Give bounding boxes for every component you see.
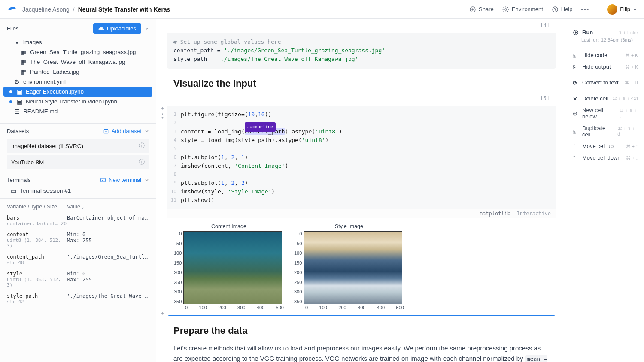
svg-point-3	[555, 11, 555, 11]
svg-rect-5	[101, 178, 106, 181]
move-cell-down-button[interactable]: ˅Move cell down⌘ + ↓	[572, 152, 639, 163]
breadcrumb-owner[interactable]: Jacqueline Asong	[22, 6, 70, 13]
run-label: Run	[582, 29, 593, 36]
label: Hide code	[582, 52, 608, 58]
delete-cell-button[interactable]: ✕Delete cell⌘ + ⇧ + ⌫	[572, 93, 639, 104]
var-row[interactable]: barscontainer.BarCont… 20BarContainer ob…	[7, 212, 149, 229]
environment-button[interactable]: Environment	[502, 6, 543, 13]
hide-code-button[interactable]: ⎘Hide code⌘ + K	[572, 49, 639, 61]
label: Move cell up	[582, 143, 614, 149]
code-cell-5-active[interactable]: ＋ ▴▾ ＋ 1plt.figure(figsize=(10,10)) 2 3c…	[167, 106, 556, 316]
help-label: Help	[561, 6, 573, 12]
notebook-icon: ▣	[16, 99, 22, 105]
file-tree: ▾ images ▦Green_Sea_Turtle_grazing_seagr…	[0, 36, 156, 121]
y-ticks: 050100150200250300350	[294, 231, 304, 304]
file-env[interactable]: ⚙environment.yml	[3, 77, 152, 87]
breadcrumb-title[interactable]: Neural Style Transfer with Keras	[78, 6, 170, 13]
dataset-item[interactable]: ImageNet dataset (ILSVRC)ⓘ	[7, 139, 149, 153]
folder-images[interactable]: ▾ images	[3, 37, 152, 47]
share-label: Share	[479, 6, 494, 12]
add-cell-above-button[interactable]: ＋	[158, 104, 166, 112]
var-row[interactable]: content_pathstr 48'./images/Green_Sea_Tu…	[7, 251, 149, 268]
file-label: README.md	[23, 108, 58, 115]
terminal-item[interactable]: ▭Terminal session #1	[0, 186, 156, 196]
status-dot-icon	[9, 100, 12, 103]
share-button[interactable]: Share	[469, 6, 494, 13]
file-readme[interactable]: ☰README.md	[3, 106, 152, 116]
upload-files-button[interactable]: Upload files	[93, 23, 141, 34]
var-type: uint8 (1, 353, 512, 3)	[7, 277, 67, 288]
files-heading: Files	[7, 25, 18, 32]
code-cell-4[interactable]: # Set up some global values here content…	[167, 33, 556, 69]
info-icon[interactable]: ⓘ	[139, 142, 145, 150]
terminals-heading: Terminals	[7, 177, 31, 183]
datasets-chevron[interactable]	[145, 128, 149, 134]
shortcut: ⌘ + ↑	[626, 144, 638, 149]
new-cell-below-button[interactable]: ⊕New cell below⌘ + ⇧ + ↓	[572, 104, 639, 122]
file-image[interactable]: ▦Painted_Ladies.jpg	[3, 67, 152, 77]
app-logo[interactable]	[7, 4, 17, 15]
var-name: style	[7, 271, 67, 277]
section-heading: Prepare the data	[156, 318, 567, 339]
var-value: './images/Green_Sea_Turtle_g…	[67, 254, 149, 265]
file-label: Green_Sea_Turtle_grazing_seagrass.jpg	[30, 49, 136, 55]
file-label: environment.yml	[23, 78, 66, 85]
shortcut: ⌘ + K	[625, 64, 638, 69]
var-type: str 48	[7, 260, 67, 265]
code-text: content_path =	[173, 47, 224, 54]
help-button[interactable]: Help	[552, 6, 573, 13]
breadcrumb-sep: /	[73, 6, 75, 13]
add-dataset-button[interactable]: Add dataset	[103, 128, 141, 134]
x-ticks: 0100200300400500	[185, 304, 284, 310]
add-cell-below-button[interactable]: ＋	[158, 309, 166, 317]
file-label: The_Great_Wave_off_Kanagawa.jpg	[30, 59, 125, 65]
label: Duplicate cell	[582, 125, 614, 138]
move-cell-up-button[interactable]: ˄Move cell up⌘ + ↑	[572, 140, 639, 152]
more-button[interactable]: •••	[581, 6, 590, 12]
reorder-handle[interactable]: ▴▾	[158, 112, 166, 120]
plus-icon: ⊕	[573, 110, 579, 116]
code-editor[interactable]: 1plt.figure(figsize=(10,10)) 2 3content …	[167, 106, 556, 209]
shortcut: ⌘ + ⇧ + ⌫	[612, 96, 638, 101]
file-notebook[interactable]: ▣Neural Style Transfer in video.ipynb	[3, 97, 152, 106]
shortcut: ⌘ + ⇧ + ↓	[619, 108, 638, 118]
chevron-down-icon: ▾	[14, 39, 20, 45]
var-row[interactable]: style_pathstr 42'./images/The_Great_Wave…	[7, 290, 149, 307]
plot-content-image: Content Image 050100150200250300350 0100…	[174, 223, 284, 310]
upload-chevron[interactable]	[145, 25, 149, 32]
user-menu[interactable]: Filip	[607, 4, 637, 15]
duplicate-cell-button[interactable]: ⎘Duplicate cell⌘ + ⇧ + d	[572, 122, 639, 140]
code-comment: # Set up some global values here	[173, 39, 281, 45]
var-value: BarContainer object of mat…	[67, 215, 149, 226]
info-icon[interactable]: ⓘ	[139, 158, 145, 166]
terminals-chevron[interactable]	[145, 177, 149, 183]
variables-panel: Variable / Type / Size Value ⌄ barsconta…	[0, 199, 156, 311]
plot-style-image: Style Image 050100150200250300350 010020…	[294, 223, 404, 310]
notebook-content: [4] # Set up some global values here con…	[156, 19, 567, 362]
hide-output-button[interactable]: ⎘Hide output⌘ + K	[572, 61, 639, 72]
cell-output: Content Image 050100150200250300350 0100…	[167, 218, 556, 315]
dataset-label: YouTube-8M	[11, 159, 44, 166]
var-row[interactable]: styleuint8 (1, 353, 512, 3)Min: 0 Max: 2…	[7, 268, 149, 290]
folder-label: images	[23, 39, 42, 45]
new-terminal-button[interactable]: New terminal	[100, 177, 141, 183]
file-notebook-active[interactable]: ▣Eager Execution.ipynb	[3, 87, 152, 97]
dataset-item[interactable]: YouTube-8Mⓘ	[7, 155, 149, 169]
convert-to-text-button[interactable]: ⟳Convert to text⌘ + H	[572, 77, 639, 88]
code-string: './images/The_Great_Wave_off_Kanagawa.jp…	[217, 56, 358, 62]
file-label: Eager Execution.ipynb	[26, 88, 84, 95]
var-name: bars	[7, 215, 67, 221]
close-icon: ✕	[573, 96, 579, 102]
file-image[interactable]: ▦The_Great_Wave_off_Kanagawa.jpg	[3, 57, 152, 67]
environment-label: Environment	[512, 6, 543, 12]
vars-chevron[interactable]: ⌄	[80, 204, 85, 210]
user-name: Filip	[620, 6, 630, 12]
shortcut: ⇧ + Enter	[618, 30, 638, 35]
chevron-down-icon: ˅	[573, 155, 579, 161]
file-image[interactable]: ▦Green_Sea_Turtle_grazing_seagrass.jpg	[3, 47, 152, 57]
var-name: content	[7, 232, 67, 238]
hide-code-icon: ⎘	[573, 52, 579, 58]
dataset-label: ImageNet dataset (ILSVRC)	[11, 143, 83, 149]
var-row[interactable]: contentuint8 (1, 384, 512, 3)Min: 0 Max:…	[7, 229, 149, 251]
run-button[interactable]: Run ⇧ + Enter	[572, 27, 639, 38]
